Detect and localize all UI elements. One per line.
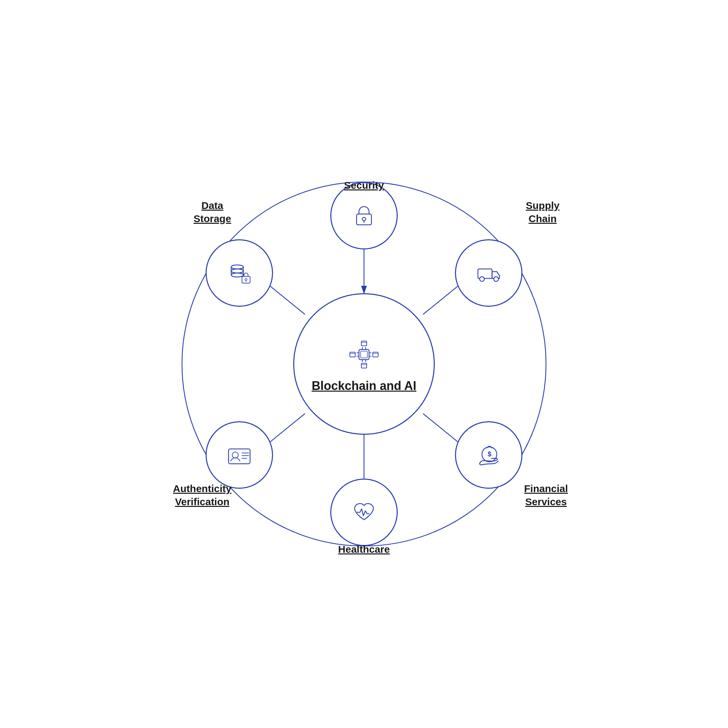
- node-security: [330, 182, 398, 249]
- svg-point-44: [231, 269, 243, 273]
- data-storage-label: DataStorage: [175, 199, 249, 225]
- financial-label: FinancialServices: [506, 482, 586, 508]
- svg-rect-49: [242, 276, 250, 283]
- node-supply-chain: [455, 239, 522, 307]
- money-icon: $: [475, 442, 502, 468]
- svg-rect-30: [478, 269, 492, 278]
- svg-rect-21: [361, 363, 367, 368]
- svg-text:$: $: [488, 450, 491, 458]
- heartbeat-icon: [350, 499, 378, 526]
- node-healthcare: [330, 479, 398, 546]
- node-financial: $: [455, 421, 522, 489]
- svg-rect-19: [361, 341, 367, 346]
- svg-rect-27: [356, 214, 372, 225]
- authenticity-label: AuthenticityVerification: [155, 482, 249, 508]
- blockchain-ai-icon: [344, 334, 384, 375]
- supply-chain-label: SupplyChain: [506, 199, 580, 225]
- svg-point-40: [231, 265, 243, 269]
- center-circle: Blockchain and AI: [293, 293, 435, 435]
- svg-rect-35: [228, 449, 250, 464]
- svg-point-28: [362, 217, 366, 221]
- svg-point-32: [494, 277, 499, 281]
- security-label: Security: [320, 179, 408, 192]
- svg-point-48: [231, 273, 243, 277]
- center-label: Blockchain and AI: [312, 378, 417, 394]
- database-icon: [226, 260, 253, 286]
- id-card-icon: [226, 442, 253, 468]
- svg-rect-23: [350, 352, 355, 357]
- svg-rect-25: [373, 352, 378, 357]
- node-data-storage: [206, 239, 273, 307]
- node-authenticity: [206, 421, 273, 489]
- svg-rect-10: [361, 351, 367, 358]
- healthcare-label: Healthcare: [320, 543, 408, 556]
- diagram-container: Blockchain and AI Security SupplyChain $: [94, 61, 634, 667]
- svg-point-36: [232, 452, 238, 458]
- truck-icon: [475, 260, 502, 286]
- svg-point-31: [480, 277, 484, 281]
- lock-icon: [350, 202, 378, 229]
